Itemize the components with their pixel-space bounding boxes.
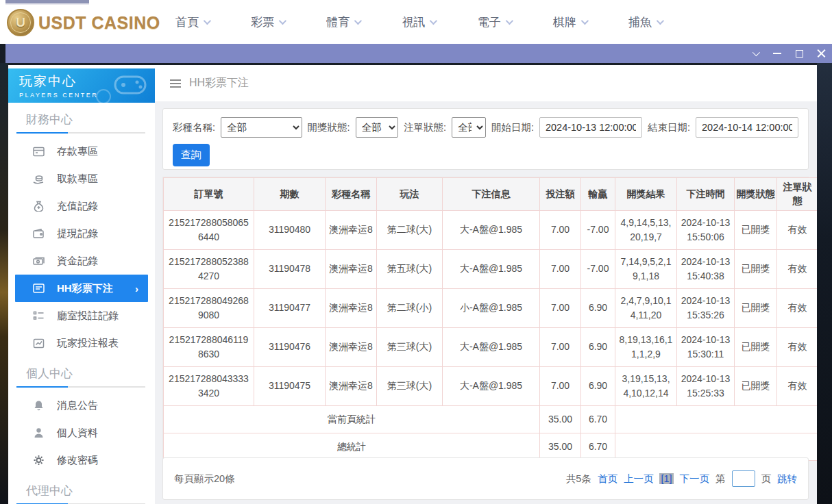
window-minimize-button[interactable] <box>766 44 788 63</box>
lottery-name-label: 彩種名稱: <box>173 121 215 134</box>
sidebar: 玩家中心 PLAYERS CENTER 財務中心 存款專區 取款專區 充值記錄 <box>8 65 155 504</box>
table-row: 215217288052388427031190478澳洲幸运8第五球(大)大-… <box>164 249 818 288</box>
nav-item-fishing[interactable]: 捕魚 <box>628 14 662 30</box>
site-logo[interactable]: U USDT CASINO <box>7 9 160 36</box>
draw-status-select[interactable]: 全部 <box>356 117 398 138</box>
section-title-finance: 財務中心 <box>8 103 155 127</box>
maximize-icon <box>796 50 803 58</box>
page-size-text: 每頁顯示20條 <box>174 473 235 486</box>
window-collapse-button[interactable] <box>744 44 766 63</box>
sidebar-item-label: 玩家投注報表 <box>57 337 119 350</box>
sidebar-item-withdraw[interactable]: 取款專區 <box>8 165 155 192</box>
first-page-link[interactable]: 首页 <box>598 473 617 486</box>
col-order-id: 訂單號 <box>164 178 254 211</box>
chevron-down-icon <box>657 17 664 25</box>
personal-menu: 消息公告 個人資料 修改密碼 <box>8 392 155 474</box>
coin-watermark-icon <box>96 89 111 103</box>
chevron-down-icon <box>204 17 211 25</box>
sidebar-item-change-password[interactable]: 修改密碼 <box>8 446 155 474</box>
sidebar-item-label: 資金記錄 <box>57 255 98 268</box>
menu-toggle-icon[interactable] <box>170 79 181 88</box>
browser-header: U USDT CASINO 首頁 彩票 體育 視訊 電子 棋牌 捕魚 <box>0 0 832 44</box>
list-icon <box>33 311 45 320</box>
sidebar-item-withdrawal-record[interactable]: 提現記錄 <box>8 220 155 247</box>
start-date-label: 開始日期: <box>491 121 534 134</box>
bets-table: 訂單號 期數 彩種名稱 玩法 下注信息 投注額 輸贏 開獎結果 下注時間 開獎狀… <box>163 177 817 461</box>
page-summary-bet: 35.00 <box>540 405 581 433</box>
nav-label: 彩票 <box>251 14 274 30</box>
nav-item-home[interactable]: 首頁 <box>175 14 209 30</box>
nav-item-lottery[interactable]: 彩票 <box>251 14 284 30</box>
nav-label: 棋牌 <box>553 14 576 30</box>
sidebar-item-label: HH彩票下注 <box>57 282 113 295</box>
chevron-down-icon <box>279 17 286 25</box>
usdt-coin-icon: U <box>7 9 34 36</box>
next-page-link[interactable]: 下一页 <box>680 473 710 486</box>
sidebar-item-player-bet-report[interactable]: 玩家投注報表 <box>8 329 155 357</box>
report-chart-icon <box>33 338 45 349</box>
col-bet-time: 下注時間 <box>677 178 735 211</box>
col-draw-result: 開獎結果 <box>615 178 677 211</box>
table-row: 215217288046119863031190476澳洲幸运8第三球(大)大-… <box>164 327 818 366</box>
sidebar-item-hh-lottery-bets[interactable]: HH彩票下注 › <box>15 275 148 302</box>
bets-table-panel: 訂單號 期數 彩種名稱 玩法 下注信息 投注額 輸贏 開獎結果 下注時間 開獎狀… <box>162 177 809 462</box>
table-row: 215217288058065644031190480澳洲幸运8第二球(大)大-… <box>164 210 818 249</box>
page-jump-input[interactable] <box>732 470 755 487</box>
start-date-input[interactable] <box>539 117 642 138</box>
grand-summary-winloss: 6.70 <box>581 433 615 460</box>
nav-label: 體育 <box>326 14 350 30</box>
sidebar-item-profile[interactable]: 個人資料 <box>8 419 155 446</box>
breadcrumb: HH彩票下注 <box>155 65 817 101</box>
total-count-text: 共5条 <box>566 473 591 486</box>
gear-icon <box>33 455 45 466</box>
wallet-icon <box>33 229 45 239</box>
sidebar-item-funds-record[interactable]: 資金記錄 <box>8 247 155 275</box>
table-row: 215217288049268908031190477澳洲幸运8第二球(小)小-… <box>164 288 818 327</box>
chevron-down-icon <box>581 17 589 25</box>
col-win-loss: 輸贏 <box>581 178 615 211</box>
nav-label: 捕魚 <box>628 14 652 30</box>
jump-button[interactable]: 跳转 <box>777 473 797 486</box>
order-status-select[interactable]: 全部 <box>452 117 486 138</box>
nav-item-live[interactable]: 視訊 <box>402 14 435 30</box>
close-icon <box>817 49 826 58</box>
lottery-name-select[interactable]: 全部 <box>221 117 302 138</box>
col-period: 期數 <box>254 178 326 211</box>
chevron-down-icon <box>430 17 437 25</box>
finance-menu: 存款專區 取款專區 充值記錄 提現記錄 資金記錄 HH彩票下注 › <box>8 138 155 357</box>
window-maximize-button[interactable] <box>788 44 810 63</box>
browser-tab-stub[interactable] <box>5 0 89 5</box>
prev-page-link[interactable]: 上一页 <box>624 473 654 486</box>
end-date-label: 結束日期: <box>648 121 690 134</box>
chevron-down-icon <box>505 17 513 25</box>
top-navigation: 首頁 彩票 體育 視訊 電子 棋牌 捕魚 <box>175 0 662 44</box>
sidebar-header: 玩家中心 PLAYERS CENTER <box>8 68 155 103</box>
filter-panel: 彩種名稱: 全部 開獎狀態: 全部 注單狀態: 全部 開始日期: 結束日期: 查… <box>162 108 809 170</box>
chevron-down-icon <box>753 49 760 56</box>
end-date-input[interactable] <box>696 117 798 138</box>
main-content: HH彩票下注 彩種名稱: 全部 開獎狀態: 全部 注單狀態: 全部 開始日期: … <box>155 65 817 504</box>
current-page-indicator[interactable]: [1] <box>659 473 673 484</box>
sidebar-item-label: 充值記錄 <box>57 200 98 213</box>
col-order-status: 注單狀態 <box>777 178 818 211</box>
sidebar-item-recharge-record[interactable]: 充值記錄 <box>8 192 155 220</box>
search-button[interactable]: 查詢 <box>173 144 210 166</box>
nav-label: 視訊 <box>402 14 425 30</box>
nav-item-cards[interactable]: 棋牌 <box>553 14 587 30</box>
sidebar-item-label: 廳室投註記錄 <box>57 310 119 323</box>
sidebar-item-label: 消息公告 <box>57 399 98 412</box>
sidebar-item-label: 修改密碼 <box>57 454 98 467</box>
nav-item-sports[interactable]: 體育 <box>326 14 360 30</box>
grand-summary-bet: 35.00 <box>540 433 581 460</box>
nav-item-slots[interactable]: 電子 <box>478 14 511 30</box>
window-close-button[interactable] <box>810 44 832 63</box>
sidebar-item-announcements[interactable]: 消息公告 <box>8 392 155 419</box>
draw-status-label: 開獎狀態: <box>308 121 350 134</box>
sidebar-item-deposit[interactable]: 存款專區 <box>8 138 155 165</box>
col-bet-info: 下注信息 <box>443 178 540 211</box>
nav-label: 電子 <box>478 14 501 30</box>
page-title: HH彩票下注 <box>189 76 249 90</box>
sidebar-item-label: 存款專區 <box>57 145 98 158</box>
chevron-right-icon: › <box>135 283 138 294</box>
sidebar-item-room-bet-record[interactable]: 廳室投註記錄 <box>8 302 155 329</box>
